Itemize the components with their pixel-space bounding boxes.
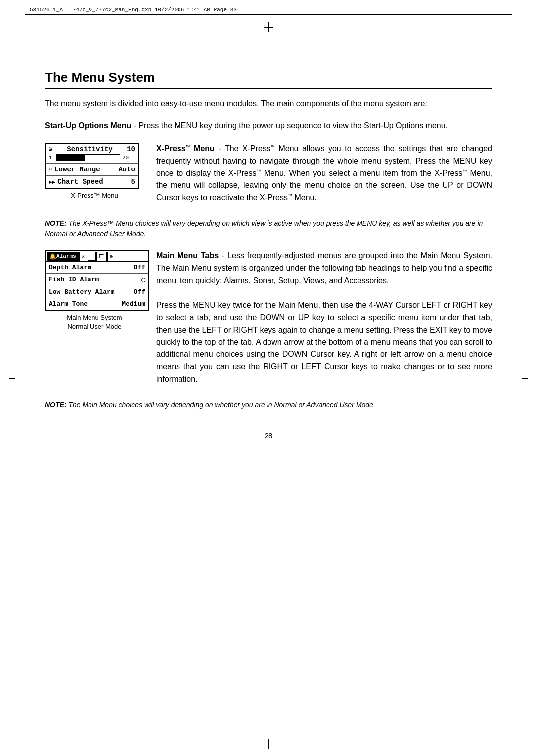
depth-alarm-row: Depth Alarm Off	[46, 262, 148, 274]
startup-text: Press the MENU key during the power up s…	[138, 121, 448, 130]
main-menu-box: 🔔 Alarms ✕ ≡ 🗔 ⊕	[45, 250, 149, 311]
reg-mark-right	[522, 378, 528, 379]
xpress-menu-col: ≋ Sensitivity 10 1 20	[45, 143, 144, 199]
section-title: The Menu System	[45, 70, 492, 89]
tab-alarms-icon: 🔔	[49, 253, 56, 260]
xpress-description-text: X-Press™ Menu - The X-Press™ Menu allows…	[156, 143, 492, 204]
slider-max: 20	[122, 155, 129, 161]
slider-min: 1	[49, 155, 54, 161]
tab-views[interactable]: 🗔	[96, 252, 107, 261]
depth-alarm-value: Off	[134, 264, 145, 271]
note1-label: NOTE:	[45, 219, 67, 227]
note1-block: NOTE: The X-Press™ Menu choices will var…	[45, 218, 492, 239]
alarm-tone-row: Alarm Tone Medium	[46, 298, 148, 310]
xpress-desc-body: - The X-Press™ Menu allows you to access…	[156, 144, 492, 202]
main-menu-col: 🔔 Alarms ✕ ≡ 🗔 ⊕	[45, 250, 144, 331]
chart-speed-icon: ▶▶	[49, 179, 55, 185]
lower-range-icon: ↔	[49, 166, 52, 173]
tab-accessories-icon: ⊕	[110, 253, 113, 260]
tab-alarms[interactable]: 🔔 Alarms	[47, 252, 79, 261]
main-menu-description-text: Main Menu Tabs - Less frequently-adjuste…	[156, 250, 492, 287]
note2-text: The Main Menu choices will vary dependin…	[67, 401, 375, 409]
tab-alarms-label: Alarms	[56, 253, 76, 259]
xpress-menu-box: ≋ Sensitivity 10 1 20	[45, 143, 139, 189]
sensitivity-value: 10	[127, 145, 135, 153]
note2-label: NOTE:	[45, 401, 67, 409]
xpress-menu-caption: X-Press™ Menu	[45, 192, 144, 199]
fish-id-alarm-row: Fish ID Alarm ◯	[46, 274, 148, 286]
slider-track	[56, 154, 120, 161]
chart-speed-label: ▶▶ Chart Speed	[49, 178, 103, 186]
low-battery-label: Low Battery Alarm	[49, 288, 115, 296]
sensitivity-label: Sensitivity	[67, 145, 112, 153]
main-menu-tabs-row: 🔔 Alarms ✕ ≡ 🗔 ⊕	[46, 251, 148, 262]
bottom-rule: 28	[45, 425, 492, 440]
xpress-menu-section: ≋ Sensitivity 10 1 20	[45, 143, 492, 204]
reg-mark-left	[9, 378, 15, 379]
body-para1: Press the MENU key twice for the Main Me…	[156, 299, 492, 386]
depth-alarm-label: Depth Alarm	[49, 264, 91, 271]
note2-block: NOTE: The Main Menu choices will vary de…	[45, 400, 492, 410]
slider-fill	[56, 155, 85, 161]
alarm-tone-label: Alarm Tone	[49, 300, 88, 308]
tab-sonar[interactable]: ✕	[79, 252, 88, 261]
main-menu-heading: Main Menu Tabs	[156, 252, 219, 260]
tab-accessories[interactable]: ⊕	[107, 252, 116, 261]
main-menu-description-col: Main Menu Tabs - Less frequently-adjuste…	[156, 250, 492, 386]
low-battery-row: Low Battery Alarm Off	[46, 286, 148, 298]
fish-id-alarm-value: ◯	[141, 276, 145, 284]
lower-range-label: ↔ Lower Range	[49, 166, 100, 173]
chart-speed-value: 5	[131, 178, 135, 186]
low-battery-value: Off	[134, 288, 145, 296]
tab-setup-icon: ≡	[90, 253, 93, 259]
main-menu-caption-line1: Main Menu System	[45, 313, 144, 322]
note1-text: The X-Press™ Menu choices will vary depe…	[45, 219, 483, 238]
fish-id-alarm-label: Fish ID Alarm	[49, 276, 99, 283]
page-number: 28	[265, 431, 273, 440]
intro-text: The menu system is divided into easy-to-…	[45, 98, 492, 110]
tab-sonar-icon: ✕	[82, 253, 85, 260]
sensitivity-slider-row: 1 20	[46, 153, 138, 163]
xpress-description-col: X-Press™ Menu - The X-Press™ Menu allows…	[156, 143, 492, 204]
xpress-heading: X-Press™ Menu	[156, 144, 215, 153]
startup-dash: -	[131, 121, 138, 130]
main-menu-section: 🔔 Alarms ✕ ≡ 🗔 ⊕	[45, 250, 492, 386]
main-menu-caption-line2: Normal User Mode	[45, 322, 144, 331]
sensitivity-icon: ≋	[49, 145, 53, 153]
tab-setup[interactable]: ≡	[88, 252, 96, 261]
lower-range-value: Auto	[118, 166, 135, 173]
lower-range-row: ↔ Lower Range Auto	[46, 164, 138, 176]
chart-speed-row: ▶▶ Chart Speed 5	[46, 176, 138, 188]
startup-bold-label: Start-Up Options Menu	[45, 121, 131, 130]
alarm-tone-value: Medium	[122, 300, 145, 308]
startup-label-para: Start-Up Options Menu - Press the MENU k…	[45, 120, 492, 132]
main-menu-caption: Main Menu System Normal User Mode	[45, 313, 144, 331]
sensitivity-header: ≋ Sensitivity 10	[46, 144, 138, 153]
tab-views-icon: 🗔	[99, 253, 104, 260]
